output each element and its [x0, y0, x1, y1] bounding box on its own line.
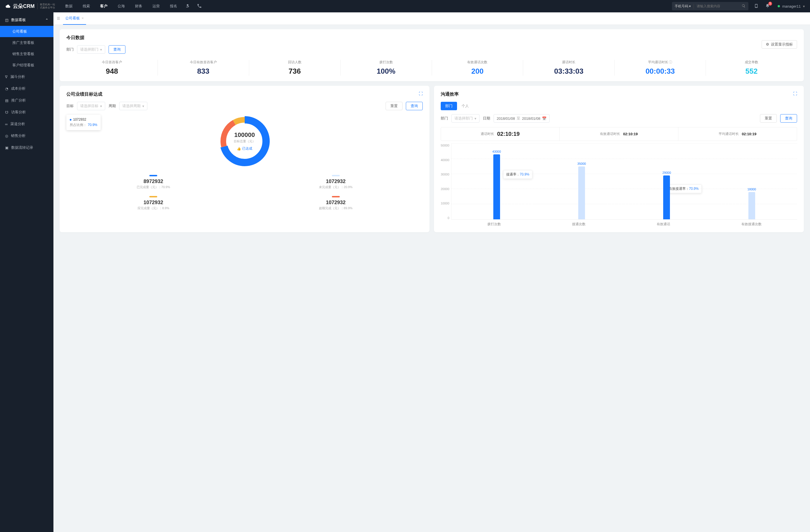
kpi: 有效通话次数200: [432, 60, 523, 76]
comm-title: 沟通效率: [441, 92, 459, 97]
svg-point-3: [226, 154, 232, 160]
legend-item: 1072932未完成量（元）|20.9%: [249, 175, 423, 189]
phone-icon[interactable]: [197, 3, 202, 9]
bar: 18000: [748, 192, 755, 219]
expand-icon[interactable]: ⛶: [419, 92, 423, 96]
time-cell: 平均通话时长02:10:19: [678, 127, 797, 140]
x-label: 有效通话: [657, 222, 670, 227]
target-icon: ◎: [5, 134, 8, 138]
sidebar-item-sales[interactable]: ◎销售分析: [0, 130, 53, 142]
dept-label: 部门: [441, 116, 448, 121]
list-icon: ▣: [5, 146, 9, 150]
today-card: 今日数据 部门 请选择部门▾ 查询 ⚙ 设置显示指标 今日首咨客户9: [60, 29, 804, 81]
kpi: 通话时长03:33:03: [523, 60, 615, 76]
chart-tip-connect: 接通率：70.9%: [503, 170, 532, 179]
info-icon: ⓘ: [669, 60, 672, 64]
bar: 43000: [493, 154, 500, 219]
sidebar-item-sales-board[interactable]: 销售主管看板: [0, 48, 53, 60]
status-dot-icon: [778, 5, 780, 7]
thumbs-up-icon: 👍: [237, 147, 241, 151]
sidebar-item-visitor[interactable]: ☋访客分析: [0, 106, 53, 118]
clock-icon: ◔: [5, 87, 8, 91]
notification-badge: 5: [768, 2, 772, 6]
time-cell: 通话时长02:10:19: [441, 127, 560, 140]
target-select[interactable]: 请选择目标▾: [77, 102, 105, 110]
sidebar-item-flow[interactable]: ▣数据流转记录: [0, 142, 53, 153]
chevron-down-icon: ▾: [474, 116, 476, 121]
nav-pool[interactable]: 公海: [113, 0, 130, 12]
target-label: 目标: [66, 103, 74, 109]
chevron-down-icon: ▾: [803, 4, 805, 9]
seg-dept[interactable]: 部门: [441, 102, 457, 110]
dept-label: 部门: [66, 47, 74, 52]
legend-item: 1072932应完成量（元）|8.9%: [66, 196, 241, 210]
legend-item: 8972932已完成量（元）|70.9%: [66, 175, 241, 189]
kpi: 成交单数552: [706, 60, 797, 76]
nav-leads[interactable]: 线索: [78, 0, 95, 12]
dept-select[interactable]: 请选择部门▾: [451, 114, 480, 122]
kpi: 回访人数736: [249, 60, 341, 76]
user-menu[interactable]: manager11 ▾: [773, 4, 810, 9]
comm-card: 沟通效率 ⛶ 部门 个人 部门 请选择部门▾ 日期 2018/01: [434, 86, 804, 232]
nav-data[interactable]: 数据: [60, 0, 78, 12]
sidebar-item-funnel[interactable]: ∇漏斗分析: [0, 71, 53, 83]
close-icon[interactable]: ×: [82, 16, 84, 20]
bell-icon[interactable]: 5: [765, 3, 770, 9]
nav-enroll[interactable]: 报名: [165, 0, 182, 12]
sidebar-item-company[interactable]: 公司看板: [0, 26, 53, 37]
menu-toggle-icon[interactable]: ☰: [57, 16, 60, 20]
goal-title: 公司业绩目标达成: [66, 92, 102, 97]
donut-center-sub: 目标总量（元）: [234, 139, 255, 144]
sidebar-group-dashboard[interactable]: ◫ 数据看板 ⌃: [0, 14, 53, 26]
nav-ops[interactable]: 运营: [147, 0, 165, 12]
expand-icon[interactable]: ⛶: [793, 92, 797, 96]
query-button[interactable]: 查询: [109, 45, 126, 54]
period-label: 周期: [109, 103, 116, 109]
tab-company-board[interactable]: 公司看板 ×: [63, 12, 86, 25]
global-search[interactable]: 手机号码 ▾: [672, 2, 748, 11]
search-scope[interactable]: 手机号码 ▾: [672, 4, 694, 9]
chart-icon: ▤: [5, 98, 9, 103]
chevron-down-icon: ▾: [100, 104, 102, 108]
dept-select[interactable]: 请选择部门▾: [77, 45, 105, 54]
achieved-badge: 👍已达成: [237, 146, 252, 151]
date-range[interactable]: 2018/01/08 至 2018/01/08 📅: [493, 114, 550, 122]
reset-button[interactable]: 重置: [760, 114, 777, 122]
chevron-up-icon: ⌃: [45, 18, 48, 22]
sidebar-item-channel[interactable]: ∞渠道分析: [0, 118, 53, 130]
settings-button[interactable]: ⚙ 设置显示指标: [762, 40, 797, 49]
x-label: 拨打次数: [487, 222, 501, 227]
legend-item: 1072932超额完成（元）|89.9%: [249, 196, 423, 210]
sidebar-item-cost[interactable]: ◔成本分析: [0, 83, 53, 95]
add-user-icon[interactable]: [185, 3, 190, 9]
kpi: 今日有效首咨客户833: [158, 60, 249, 76]
query-button[interactable]: 查询: [780, 114, 797, 122]
mobile-icon[interactable]: [754, 3, 759, 9]
query-button[interactable]: 查询: [406, 102, 423, 110]
date-label: 日期: [483, 116, 490, 121]
bar: 35000: [578, 166, 585, 219]
channel-icon: ∞: [5, 122, 7, 126]
sidebar-item-promotion[interactable]: ▤推广分析: [0, 95, 53, 106]
nav-customers[interactable]: 客户: [95, 0, 113, 12]
time-cell: 有效通话时长02:10:19: [560, 127, 678, 140]
sidebar-item-manager-board[interactable]: 客户经理看板: [0, 60, 53, 71]
sidebar-item-promo-board[interactable]: 推广主管看板: [0, 37, 53, 48]
search-icon[interactable]: [739, 4, 748, 9]
gear-icon: ⚙: [766, 42, 769, 46]
search-input[interactable]: [694, 4, 739, 8]
funnel-icon: ∇: [5, 75, 7, 79]
nav-finance[interactable]: 财务: [130, 0, 147, 12]
period-select[interactable]: 请选择周期▾: [119, 102, 147, 110]
x-label: 有效接通次数: [741, 222, 762, 227]
reset-button[interactable]: 重置: [386, 102, 403, 110]
dashboard-icon: ◫: [5, 18, 9, 22]
kpi: 今日首咨客户948: [66, 60, 158, 76]
chevron-down-icon: ▾: [142, 104, 144, 108]
calendar-icon: 📅: [542, 116, 547, 121]
bar-chart: 50000400003000020000100000 接通率：70.9% 有效接…: [441, 144, 797, 220]
chevron-down-icon: ▾: [100, 48, 102, 52]
logo: 云朵CRM 教育机构一站式服务云平台: [0, 3, 60, 10]
today-title: 今日数据: [66, 35, 126, 41]
seg-person[interactable]: 个人: [457, 102, 473, 110]
